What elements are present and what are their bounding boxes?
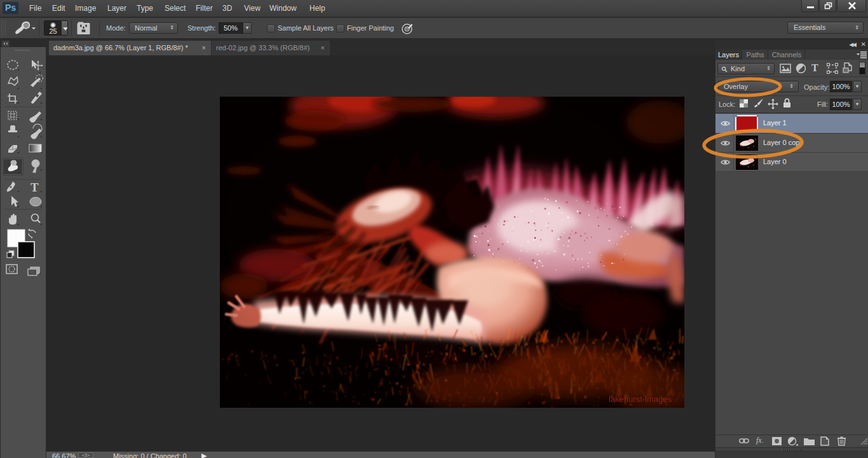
svg-text:T: T — [31, 181, 39, 194]
svg-text:lakehurst-images: lakehurst-images — [609, 394, 672, 404]
